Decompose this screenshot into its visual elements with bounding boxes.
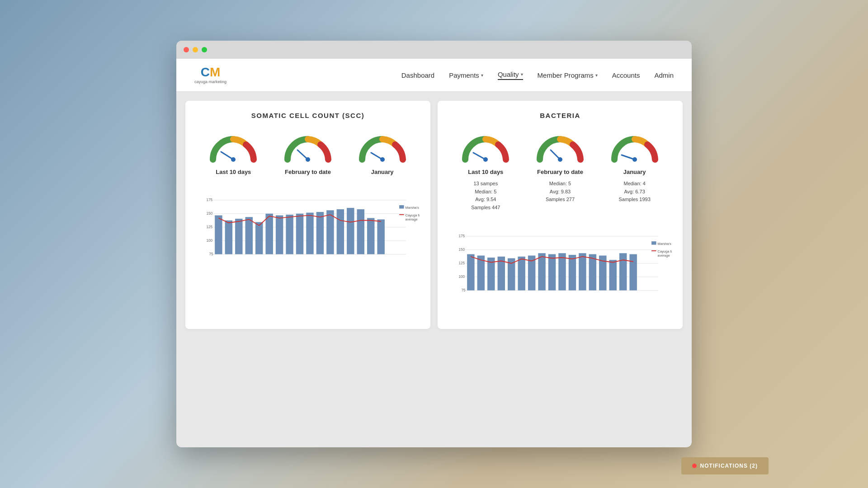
member-arrow: ▾ — [595, 73, 598, 78]
bacteria-gauge-feb-label: February to date — [537, 169, 583, 175]
scc-chart: 175 150 125 100 75 — [196, 183, 420, 282]
svg-point-49 — [632, 157, 637, 162]
logo-subtitle: cayuga marketing — [194, 80, 226, 84]
bacteria-panel: BACTERIA Last 10 days 13 sampesMedian: 5… — [438, 101, 683, 329]
bacteria-gauge-jan-label: January — [623, 169, 646, 175]
notifications-bar[interactable]: NOTIFICATIONS (2) — [681, 457, 769, 474]
scc-gauge-feb-label: February to date — [285, 169, 331, 175]
svg-rect-26 — [286, 215, 293, 254]
svg-text:100: 100 — [458, 275, 465, 279]
scc-gauges-row: Last 10 days February to date — [196, 130, 420, 175]
svg-point-46 — [558, 157, 562, 162]
svg-text:175: 175 — [206, 198, 212, 202]
svg-rect-35 — [377, 220, 384, 254]
bacteria-gauge-feb: February to date Median: 5Avg: 9.83Sampl… — [535, 130, 585, 211]
svg-rect-32 — [347, 208, 354, 254]
svg-rect-24 — [265, 214, 273, 254]
titlebar — [176, 41, 692, 59]
scc-chart-svg: 175 150 125 100 75 — [196, 183, 420, 282]
svg-text:150: 150 — [206, 211, 212, 216]
svg-rect-25 — [276, 216, 283, 254]
bacteria-gauge-jan-svg — [610, 130, 660, 164]
minimize-dot[interactable] — [193, 47, 198, 52]
scc-gauge-last10-svg — [208, 130, 258, 164]
bacteria-gauge-jan: January Median: 4Avg: 6.73Samples 1993 — [610, 130, 660, 211]
nav-admin[interactable]: Admin — [654, 71, 674, 79]
svg-rect-76 — [629, 254, 637, 291]
svg-rect-77 — [651, 241, 656, 244]
bacteria-title: BACTERIA — [448, 112, 672, 119]
svg-text:175: 175 — [458, 235, 465, 239]
nav-dashboard[interactable]: Dashboard — [401, 71, 434, 79]
svg-rect-60 — [467, 254, 474, 291]
svg-point-2 — [231, 157, 236, 162]
navbar: CM cayuga marketing Dashboard Payments ▾… — [176, 59, 692, 92]
svg-text:average: average — [658, 253, 670, 258]
svg-text:125: 125 — [206, 225, 212, 229]
scc-gauge-jan: January — [358, 130, 407, 175]
svg-rect-65 — [518, 257, 525, 291]
bacteria-gauge-last10-label: Last 10 days — [468, 169, 503, 175]
svg-rect-36 — [399, 205, 404, 208]
bacteria-chart: 175 150 125 100 75 — [448, 219, 672, 318]
svg-rect-27 — [296, 214, 303, 254]
close-dot[interactable] — [184, 47, 189, 52]
svg-rect-29 — [316, 212, 324, 254]
svg-text:Cayuga farms: Cayuga farms — [658, 249, 672, 253]
scc-gauge-jan-svg — [358, 130, 407, 164]
svg-text:Marsha's Dairy: Marsha's Dairy — [406, 206, 420, 210]
svg-point-5 — [306, 157, 310, 162]
scc-gauge-feb-svg — [283, 130, 333, 164]
app-window: CM cayuga marketing Dashboard Payments ▾… — [176, 41, 692, 447]
svg-text:75: 75 — [209, 252, 213, 256]
svg-rect-19 — [215, 216, 222, 254]
svg-rect-20 — [225, 221, 232, 254]
scc-title: SOMATIC CELL COUNT (SCC) — [196, 112, 420, 119]
bacteria-gauge-last10: Last 10 days 13 sampesMedian: 5Avg: 9.54… — [461, 130, 510, 211]
svg-rect-68 — [548, 254, 556, 291]
payments-arrow: ▾ — [481, 73, 483, 78]
scc-gauge-feb: February to date — [283, 130, 333, 175]
svg-text:Marsha's Dairy: Marsha's Dairy — [658, 242, 672, 246]
nav-member-programs[interactable]: Member Programs ▾ — [538, 71, 598, 79]
svg-rect-30 — [326, 210, 334, 254]
svg-text:average: average — [406, 217, 418, 221]
nav-quality[interactable]: Quality ▾ — [498, 70, 523, 80]
main-content: SOMATIC CELL COUNT (SCC) — [176, 92, 692, 338]
svg-rect-69 — [558, 253, 566, 291]
quality-arrow: ▾ — [521, 72, 523, 77]
notifications-label: NOTIFICATIONS (2) — [700, 463, 758, 469]
svg-rect-33 — [357, 209, 364, 254]
svg-text:Cayuga farms: Cayuga farms — [406, 213, 420, 217]
bacteria-gauge-feb-svg — [535, 130, 585, 164]
svg-rect-72 — [589, 254, 596, 291]
svg-rect-23 — [255, 222, 263, 254]
notification-dot — [692, 464, 697, 468]
logo: CM cayuga marketing — [194, 66, 226, 84]
bacteria-gauges-row: Last 10 days 13 sampesMedian: 5Avg: 9.54… — [448, 130, 672, 211]
svg-text:125: 125 — [458, 261, 465, 265]
svg-rect-74 — [609, 260, 617, 291]
svg-rect-67 — [538, 253, 545, 291]
svg-rect-70 — [569, 255, 576, 291]
nav-links: Dashboard Payments ▾ Quality ▾ Member Pr… — [401, 70, 674, 80]
svg-text:150: 150 — [458, 248, 465, 252]
bacteria-gauge-jan-stats: Median: 4Avg: 6.73Samples 1993 — [618, 180, 650, 204]
scc-gauge-last10: Last 10 days — [208, 130, 258, 175]
bacteria-gauge-last10-svg — [461, 130, 510, 164]
bacteria-gauge-feb-stats: Median: 5Avg: 9.83Samples 277 — [546, 180, 575, 204]
nav-accounts[interactable]: Accounts — [612, 71, 640, 79]
svg-text:100: 100 — [206, 239, 212, 243]
nav-payments[interactable]: Payments ▾ — [449, 71, 483, 79]
svg-rect-21 — [235, 219, 242, 254]
bacteria-chart-svg: 175 150 125 100 75 — [448, 219, 672, 318]
maximize-dot[interactable] — [202, 47, 207, 52]
svg-rect-28 — [306, 213, 313, 254]
scc-panel: SOMATIC CELL COUNT (SCC) — [185, 101, 430, 329]
scc-gauge-last10-label: Last 10 days — [216, 169, 251, 175]
svg-point-8 — [380, 157, 385, 162]
svg-rect-34 — [367, 218, 374, 254]
svg-rect-71 — [579, 253, 586, 291]
svg-rect-75 — [619, 253, 627, 291]
svg-text:75: 75 — [461, 288, 466, 292]
